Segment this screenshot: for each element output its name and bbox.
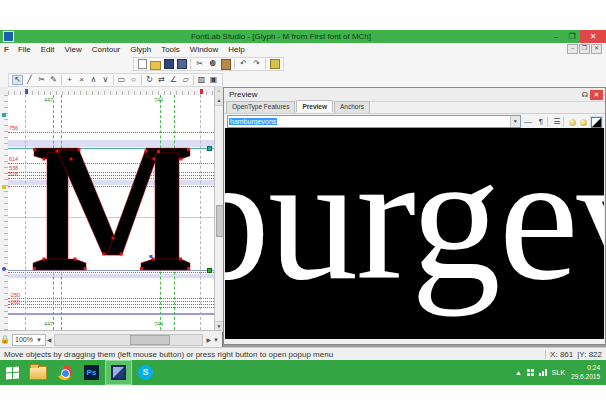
free-transform-icon[interactable]: ▱ [180, 75, 191, 85]
taskbar-chrome[interactable] [51, 360, 78, 385]
mdi-close-icon[interactable]: ✕ [591, 44, 602, 54]
taskbar-fontlab-active[interactable] [105, 360, 132, 385]
cut-icon[interactable]: ✂ [194, 59, 205, 69]
start-button[interactable] [0, 360, 24, 385]
tab-opentype-features[interactable]: OpenType Features [226, 101, 295, 113]
menu-view[interactable]: View [60, 45, 87, 54]
right-sidebearing-line[interactable] [200, 95, 201, 330]
taskbar-photoshop[interactable]: Ps [78, 360, 105, 385]
horizontal-scrollbar[interactable] [54, 334, 203, 346]
hscroll-right-icon[interactable]: ▶ [205, 336, 212, 343]
flip-tool-icon[interactable]: ⇄ [156, 75, 167, 85]
tray-grid-icon[interactable] [527, 369, 534, 376]
sample-text-combobox[interactable]: hamburgevons ▼ [227, 115, 521, 128]
vertical-scrollbar[interactable]: ▫ ▲ ▼ [214, 87, 223, 330]
preview-close-icon[interactable]: ✕ [590, 90, 603, 100]
hscroll-left-icon[interactable]: ◀ [46, 336, 53, 343]
pin-icon[interactable]: ☊ [582, 91, 588, 99]
preview-header[interactable]: Preview ☊ ✕ [224, 88, 605, 102]
descender-zone-2 [8, 301, 214, 302]
background-icon[interactable]: ▣ [208, 75, 219, 85]
invert-colors-icon[interactable] [591, 117, 602, 128]
knife-tool-icon[interactable]: ✂ [36, 75, 47, 85]
convert-node-icon[interactable]: ∧ [88, 75, 99, 85]
add-node-icon[interactable]: + [64, 75, 75, 85]
left-sidebearing-marker[interactable] [25, 89, 28, 94]
fontlab-icon [111, 365, 126, 380]
baseline-zone-line [8, 272, 214, 273]
standard-toolbar: ✂ ❿ ↶ ↷ [0, 55, 606, 71]
zoom-dropdown-icon[interactable]: ▼ [35, 337, 43, 343]
ascender-marker[interactable] [2, 113, 6, 117]
preview-tabs: OpenType Features Preview Anchors [226, 101, 371, 113]
tray-expand-icon[interactable]: ▲ [515, 369, 522, 376]
menu-glyph[interactable]: Glyph [125, 45, 156, 54]
menu-contour[interactable]: Contour [87, 45, 125, 54]
skype-icon: S [138, 365, 153, 380]
redo-icon[interactable]: ↷ [251, 59, 262, 69]
smooth-preview-icon[interactable] [569, 119, 576, 126]
keyboard-language[interactable]: SLK [552, 369, 565, 376]
combo-dropdown-icon[interactable]: ▼ [510, 116, 520, 127]
open-icon[interactable] [150, 59, 161, 69]
descender-zone-3 [8, 304, 214, 305]
ellipse-tool-icon[interactable]: ○ [128, 75, 139, 85]
vguide-label-bottom-right: 744 [154, 321, 163, 327]
preview-title: Preview [229, 90, 257, 99]
mdi-minimize-icon[interactable]: – [567, 44, 578, 54]
right-sidebearing-marker[interactable] [200, 89, 203, 94]
baseline-marker[interactable] [2, 267, 6, 271]
line-tool-icon[interactable]: ╱ [24, 75, 35, 85]
scroll-up-icon[interactable]: ▲ [215, 96, 223, 106]
baseline-handle[interactable] [207, 268, 212, 273]
tools-toolbar: ↖ ╱ ✂ ✎ + × ∧ ∨ ▭ ○ ↻ ⇄ ∠ ▱ ▨ ▣ [0, 71, 606, 88]
save-icon[interactable] [163, 59, 174, 69]
menu-file[interactable]: File [13, 45, 36, 54]
new-icon[interactable] [137, 59, 148, 69]
slant-tool-icon[interactable]: ∠ [168, 75, 179, 85]
cap-line-handle[interactable] [207, 146, 212, 151]
tab-anchors[interactable]: Anchors [334, 101, 370, 113]
fontlab-app-icon [3, 31, 14, 42]
menu-tools[interactable]: Tools [156, 45, 185, 54]
menu-edit[interactable]: Edit [36, 45, 60, 54]
dash-icon[interactable]: — [523, 116, 534, 127]
close-button[interactable]: ✕ [580, 30, 606, 43]
taskbar-skype[interactable]: S [132, 360, 159, 385]
rectangle-tool-icon[interactable]: ▭ [116, 75, 127, 85]
left-sidebearing-line[interactable] [25, 95, 26, 330]
tab-preview[interactable]: Preview [296, 100, 333, 112]
list-icon[interactable]: ☰ [551, 116, 562, 127]
mask-icon[interactable]: ▨ [196, 75, 207, 85]
tool-options-icon[interactable] [269, 59, 280, 69]
xheight-marker[interactable] [2, 185, 6, 189]
rotate-tool-icon[interactable]: ↻ [144, 75, 155, 85]
copy-icon[interactable]: ❿ [207, 59, 218, 69]
status-bar: Move objects by dragging them (left mous… [0, 347, 606, 361]
zoom-control[interactable]: 100% ▼ [12, 334, 46, 346]
undo-icon[interactable]: ↶ [238, 59, 249, 69]
save-all-icon[interactable] [176, 59, 187, 69]
taskbar-file-explorer[interactable] [24, 360, 51, 385]
taskbar-clock[interactable]: 0:24 29.6.2015 [571, 364, 600, 380]
corner-dropdown-icon[interactable]: ▼ [212, 337, 220, 343]
minimize-button[interactable]: – [548, 30, 564, 43]
paragraph-icon[interactable]: ¶ [536, 116, 547, 127]
hinted-preview-icon[interactable] [580, 119, 587, 126]
paste-icon[interactable] [220, 59, 231, 69]
pencil-tool-icon[interactable]: ✎ [48, 75, 59, 85]
mdi-restore-icon[interactable]: ❐ [579, 44, 590, 54]
network-signal-icon[interactable] [539, 369, 547, 376]
glyph-canvas[interactable]: 447 744 447 744 756 614 538 528 -250 -26… [8, 95, 214, 330]
delete-node-icon[interactable]: × [76, 75, 87, 85]
maximize-button[interactable]: ❐ [564, 30, 580, 43]
glyph-outline-M[interactable] [33, 148, 190, 270]
menu-window[interactable]: Window [185, 45, 223, 54]
guide-756[interactable] [8, 132, 214, 133]
menu-help[interactable]: Help [223, 45, 249, 54]
preview-render-area[interactable]: burgevons [225, 128, 604, 339]
hscroll-thumb[interactable] [130, 335, 170, 345]
connect-node-icon[interactable]: ∨ [100, 75, 111, 85]
edit-tool-icon[interactable]: ↖ [12, 75, 23, 85]
lock-icon[interactable]: 🔒 [0, 335, 10, 345]
